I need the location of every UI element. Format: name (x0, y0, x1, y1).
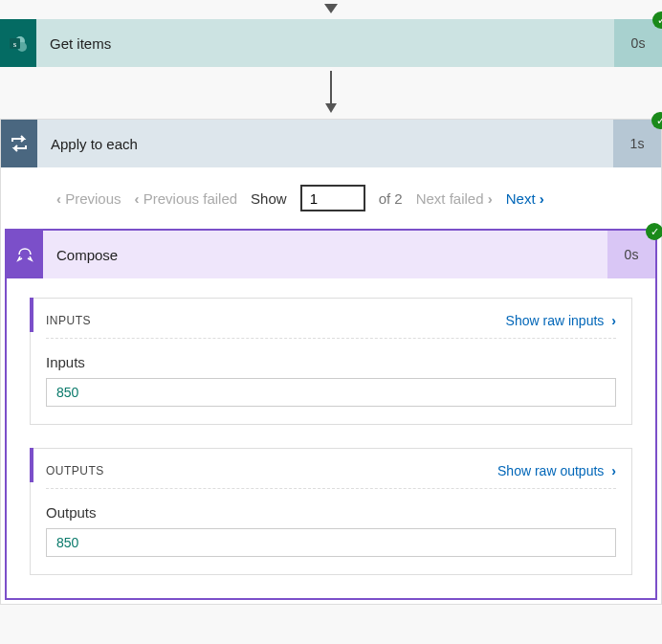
step-apply-title: Apply to each (37, 120, 613, 167)
success-badge-icon: ✓ (651, 112, 662, 129)
compose-card: Compose 0s ✓ INPUTS Show raw inputs › In… (5, 229, 657, 600)
success-badge-icon: ✓ (646, 223, 662, 240)
inputs-field-label: Inputs (46, 354, 616, 370)
outputs-section: OUTPUTS Show raw outputs › Outputs 850 (30, 448, 632, 575)
compose-icon (7, 231, 43, 278)
pager-previous[interactable]: ‹ Previous (56, 190, 121, 207)
step-get-items-title: Get items (36, 19, 614, 67)
apply-to-each-container: Apply to each 1s ✓ ‹ Previous ‹ Previous… (0, 119, 662, 605)
outputs-header: OUTPUTS (46, 464, 104, 477)
step-get-items[interactable]: s Get items 0s ✓ (0, 19, 662, 67)
inputs-section: INPUTS Show raw inputs › Inputs 850 (30, 298, 632, 425)
step-compose[interactable]: Compose 0s ✓ (7, 231, 655, 278)
chevron-right-icon: › (611, 313, 616, 328)
arrow-incoming-top (0, 0, 662, 19)
step-compose-title: Compose (43, 231, 607, 278)
pager-previous-failed[interactable]: ‹ Previous failed (135, 190, 238, 207)
show-raw-inputs-link[interactable]: Show raw inputs › (506, 313, 616, 328)
outputs-field-label: Outputs (46, 504, 616, 521)
step-apply-to-each[interactable]: Apply to each 1s ✓ (1, 120, 661, 167)
iteration-pager: ‹ Previous ‹ Previous failed Show of 2 N… (1, 167, 661, 229)
svg-text:s: s (13, 39, 17, 49)
pager-next[interactable]: Next › (506, 190, 544, 207)
arrow-connector (0, 67, 662, 119)
outputs-field-value: 850 (46, 528, 616, 557)
show-raw-outputs-link[interactable]: Show raw outputs › (497, 463, 616, 478)
pager-of-text: of 2 (379, 190, 403, 207)
pager-current-input[interactable] (300, 185, 365, 211)
inputs-header: INPUTS (46, 314, 91, 327)
pager-show-label: Show (251, 190, 287, 207)
sharepoint-icon: s (0, 19, 36, 67)
chevron-right-icon: › (611, 463, 616, 478)
inputs-field-value: 850 (46, 378, 616, 407)
pager-next-failed[interactable]: Next failed › (416, 190, 493, 207)
loop-icon (1, 120, 37, 167)
